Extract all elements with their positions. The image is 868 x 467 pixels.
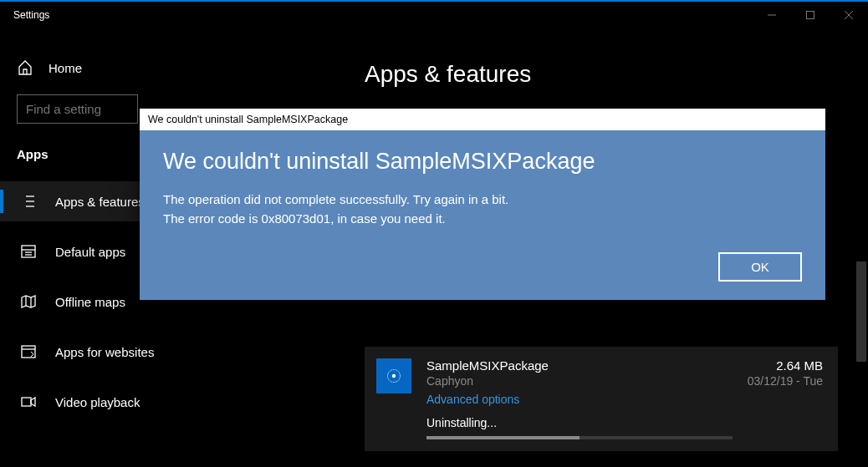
app-icon [376, 358, 411, 393]
nav-item-label: Default apps [55, 245, 125, 259]
home-label: Home [49, 61, 82, 75]
window-controls [753, 2, 868, 28]
nav-item-label: Video playback [55, 395, 140, 409]
minimize-button[interactable] [753, 2, 791, 28]
home-nav[interactable]: Home [0, 51, 334, 94]
dialog-titlebar: We couldn't uninstall SampleMSIXPackage [140, 109, 825, 130]
nav-item-apps-for-websites[interactable]: Apps for websites [0, 332, 334, 372]
ok-button[interactable]: OK [718, 252, 802, 282]
advanced-options-link[interactable]: Advanced options [426, 393, 733, 406]
svg-marker-19 [31, 398, 35, 406]
nav-item-label: Apps & features [55, 195, 145, 209]
dialog-body: We couldn't uninstall SampleMSIXPackage … [140, 130, 825, 246]
app-size: 2.64 MB [748, 358, 823, 373]
maximize-button[interactable] [791, 2, 830, 28]
list-icon [20, 193, 37, 210]
error-dialog: We couldn't uninstall SampleMSIXPackage … [140, 109, 825, 300]
app-name: SampleMSIXPackage [426, 358, 733, 373]
home-icon [17, 59, 33, 76]
dialog-heading: We couldn't uninstall SampleMSIXPackage [163, 149, 802, 175]
map-icon [20, 293, 37, 310]
scrollbar-thumb[interactable] [856, 261, 866, 362]
window-title: Settings [13, 9, 49, 21]
progress-fill [426, 436, 580, 439]
uninstall-progress [426, 436, 733, 439]
scrollbar[interactable] [855, 28, 868, 467]
svg-rect-18 [22, 398, 31, 406]
websites-icon [20, 343, 37, 360]
video-icon [20, 393, 37, 410]
nav-item-video-playback[interactable]: Video playback [0, 382, 334, 422]
default-apps-icon [20, 243, 37, 260]
app-card[interactable]: SampleMSIXPackage Caphyon Advanced optio… [365, 347, 838, 451]
nav-item-label: Apps for websites [55, 345, 154, 359]
close-button[interactable] [830, 2, 868, 28]
search-input[interactable] [17, 94, 138, 124]
svg-rect-10 [22, 246, 35, 257]
titlebar: Settings [0, 0, 868, 28]
app-meta: 2.64 MB 03/12/19 - Tue [748, 358, 823, 439]
app-publisher: Caphyon [426, 374, 733, 388]
app-status: Uninstalling... [426, 416, 733, 429]
dialog-actions: OK [140, 246, 825, 300]
app-date: 03/12/19 - Tue [748, 374, 823, 388]
page-title: Apps & features [365, 61, 838, 88]
dialog-message-line2: The error code is 0x80073d01, in case yo… [163, 209, 802, 228]
svg-rect-16 [22, 346, 35, 358]
nav-item-label: Offline maps [55, 295, 125, 309]
dialog-message-line1: The operation did not complete successfu… [163, 190, 802, 209]
app-info: SampleMSIXPackage Caphyon Advanced optio… [426, 358, 733, 439]
svg-rect-1 [807, 11, 814, 18]
svg-point-21 [392, 374, 396, 378]
